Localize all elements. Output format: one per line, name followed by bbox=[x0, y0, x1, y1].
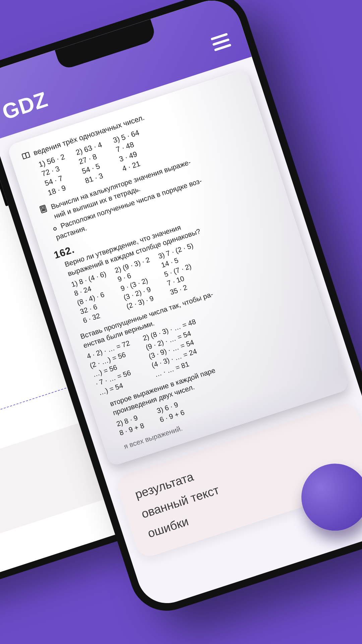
exercise-col-2: 2) 63 · 4 27 · 8 54 · 5 81 · 3 bbox=[74, 140, 112, 186]
book-open-icon bbox=[21, 151, 31, 161]
svg-point-4 bbox=[44, 209, 45, 210]
svg-point-3 bbox=[43, 209, 44, 210]
calculator-icon bbox=[38, 204, 48, 214]
svg-point-2 bbox=[42, 209, 43, 210]
q162-col-1: 1) 8 · (4 · 6) 8 · 24 (8 · 4) · 6 32 · 6… bbox=[70, 269, 119, 325]
exercise-col-3: 3) 5 · 64 7 · 48 3 · 49 4 · 21 bbox=[112, 127, 149, 174]
hollow-bullet-icon bbox=[53, 227, 57, 231]
app-title: GDZ bbox=[0, 87, 51, 124]
exercise-col-1: 1) 56 · 2 72 · 3 54 · 7 18 · 9 bbox=[37, 152, 75, 198]
svg-rect-1 bbox=[41, 206, 45, 209]
svg-point-7 bbox=[45, 210, 46, 211]
svg-point-5 bbox=[42, 211, 43, 212]
svg-point-6 bbox=[44, 210, 45, 211]
q162-col-3: 3) 7 · (2 · 5) 14 · 5 5 · (7 · 2) 7 · 10… bbox=[157, 241, 206, 297]
hamburger-menu-icon[interactable] bbox=[210, 33, 231, 51]
q162-col-2: 2) (9 · 3) · 2 9 · 6 9 · (3 · 2) (3 · 2)… bbox=[114, 255, 163, 311]
